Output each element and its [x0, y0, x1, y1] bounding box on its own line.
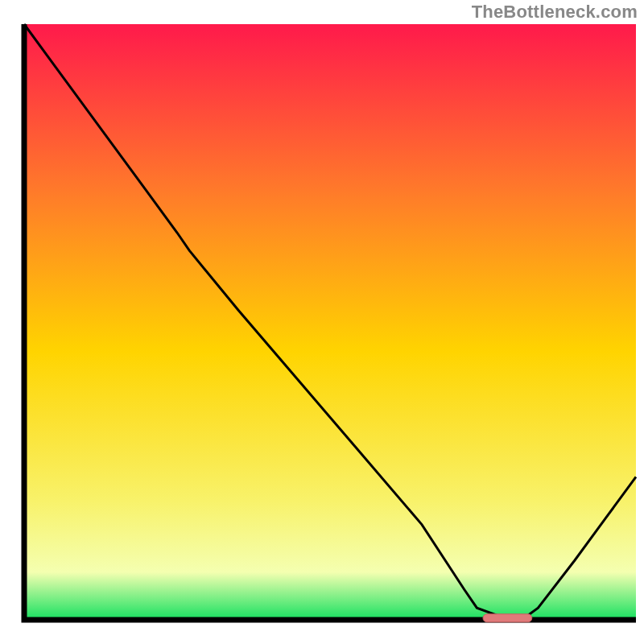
optimum-marker	[483, 614, 532, 622]
bottleneck-chart	[0, 0, 644, 644]
plot-background	[24, 24, 636, 620]
